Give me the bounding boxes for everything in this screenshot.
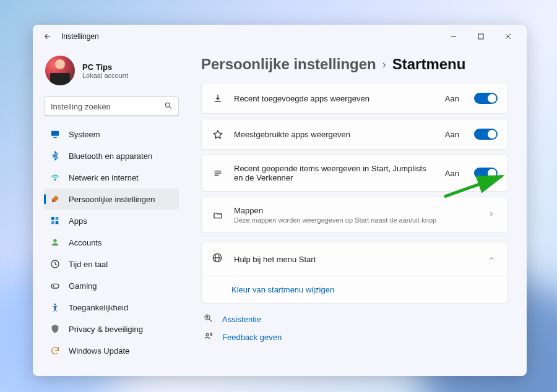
star-icon [212,128,224,140]
setting-title: Recent geopende items weergeven in Start… [234,164,435,182]
sidebar-item-label: Windows Update [69,346,129,356]
svg-marker-19 [214,130,222,138]
svg-point-29 [206,333,209,336]
content: Persoonlijke instellingen › Startmenu Re… [188,48,527,376]
update-icon [50,346,60,356]
search-icon [164,101,173,112]
sidebar-item-label: Toegankelijkheid [69,303,128,312]
sidebar-item-label: Netwerk en internet [69,173,139,182]
footer-link-assist[interactable]: ?Assistentie [201,313,508,325]
profile-name: PC Tips [82,62,128,72]
sidebar-item-label: Tijd en taal [69,260,108,269]
setting-title: Mappen [234,206,475,215]
sidebar-item-label: Gaming [69,281,97,291]
setting-title: Meestgebruikte apps weergeven [234,130,435,139]
window-title: Instellingen [61,32,99,41]
titlebar: Instellingen [33,25,527,48]
help-section: Hulp bij het menu Start Kleur van startm… [201,242,508,304]
toggle-status: Aan [445,94,459,103]
setting-row[interactable]: MappenDeze mappen worden weergegeven op … [201,197,508,233]
minimize-button[interactable] [440,27,467,46]
sidebar-item-game[interactable]: Gaming [44,275,179,296]
sidebar-item-apps[interactable]: Apps [44,210,179,231]
help-header[interactable]: Hulp bij het menu Start [202,242,507,276]
sidebar-item-label: Apps [69,216,87,226]
toggle-status: Aan [445,130,459,139]
sidebar-item-label: Bluetooth en apparaten [69,151,152,161]
download-icon [212,92,224,104]
sidebar-item-label: Persoonlijke instellingen [69,195,155,204]
svg-rect-1 [478,34,483,39]
svg-point-4 [165,103,170,107]
feedback-icon [204,331,215,343]
settings-window: Instellingen PC Tips Lokaal account [33,25,527,376]
sidebar-item-label: Accounts [69,238,101,247]
sidebar-item-user[interactable]: Accounts [44,232,179,253]
toggle-switch[interactable] [474,168,498,179]
footer-link-feedback[interactable]: Feedback geven [201,331,508,343]
sidebar-item-update[interactable]: Windows Update [44,340,179,361]
sidebar: PC Tips Lokaal account SysteemBluetooth … [33,48,188,376]
help-title: Hulp bij het menu Start [234,255,475,264]
search-input[interactable] [44,96,179,116]
toggle-status: Aan [445,169,459,178]
profile-account-type: Lokaal account [82,72,128,79]
setting-row[interactable]: Recent geopende items weergeven in Start… [201,155,508,192]
sidebar-item-monitor[interactable]: Systeem [44,124,179,145]
setting-title: Recent toegevoegde apps weergeven [234,94,435,103]
globe-icon [212,252,224,266]
maximize-button[interactable] [467,27,494,46]
access-icon [50,302,60,312]
svg-rect-12 [56,221,59,224]
sidebar-item-shield[interactable]: Privacy & beveiliging [44,318,179,339]
user-icon [50,237,60,247]
svg-text:?: ? [206,315,208,319]
shield-icon [50,324,60,334]
setting-row[interactable]: Meestgebruikte apps weergevenAan [201,119,508,150]
svg-point-13 [53,239,56,242]
sidebar-item-wifi[interactable]: Netwerk en internet [44,167,179,188]
sidebar-item-brush[interactable]: Persoonlijke instellingen [44,189,179,210]
svg-point-8 [54,179,56,180]
list-icon [212,167,224,179]
svg-point-18 [54,304,56,305]
game-icon [50,281,60,291]
toggle-switch[interactable] [474,93,498,104]
assist-icon: ? [204,313,215,325]
breadcrumb: Persoonlijke instellingen › Startmenu [201,56,508,73]
bluetooth-icon [50,151,60,161]
sidebar-item-bluetooth[interactable]: Bluetooth en apparaten [44,145,179,166]
breadcrumb-parent[interactable]: Persoonlijke instellingen [201,56,376,73]
search-container [44,96,179,116]
toggle-switch[interactable] [474,129,498,140]
breadcrumb-current: Startmenu [392,56,466,73]
clock-icon [50,259,60,269]
monitor-icon [50,129,60,139]
help-link[interactable]: Kleur van startmenu wijzigen [202,276,507,303]
brush-icon [50,194,60,204]
sidebar-item-label: Systeem [69,130,100,139]
chevron-up-icon [485,255,498,264]
profile[interactable]: PC Tips Lokaal account [44,52,179,94]
setting-row[interactable]: Recent toegevoegde apps weergevenAan [201,83,508,114]
svg-rect-6 [51,131,59,136]
wifi-icon [50,173,60,182]
close-button[interactable] [494,27,522,46]
svg-line-5 [169,106,171,108]
apps-icon [50,216,60,226]
svg-rect-15 [51,284,59,288]
svg-rect-10 [56,217,59,220]
chevron-right-icon [485,210,498,219]
back-button[interactable] [38,27,58,46]
sidebar-item-clock[interactable]: Tijd en taal [44,254,179,275]
sidebar-item-access[interactable]: Toegankelijkheid [44,297,179,318]
svg-line-27 [209,319,212,322]
sidebar-item-label: Privacy & beveiliging [69,325,143,334]
avatar [45,56,75,85]
svg-rect-11 [51,221,54,224]
chevron-right-icon: › [382,58,386,71]
folder-icon [212,209,224,221]
setting-subtitle: Deze mappen worden weergegeven op Start … [234,216,475,224]
svg-rect-9 [51,217,54,220]
nav-list: SysteemBluetooth en apparatenNetwerk en … [44,124,179,362]
